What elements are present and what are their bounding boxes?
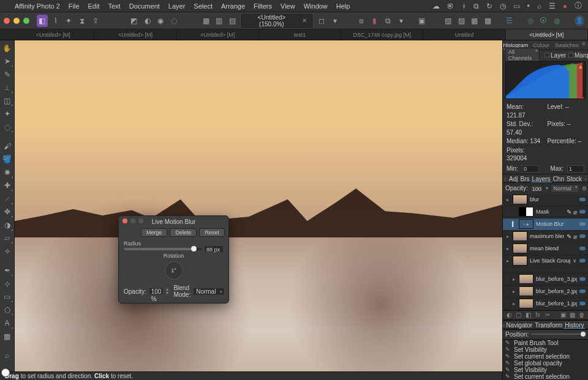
tool-blur[interactable]: ◑ xyxy=(2,220,13,230)
display-icon[interactable]: ▭ xyxy=(513,2,520,10)
toolbar-order2[interactable]: ▨ xyxy=(456,15,467,27)
menu-text[interactable]: Text xyxy=(108,2,121,10)
rotation-dial[interactable]: 1° xyxy=(165,261,183,280)
clear-icon[interactable]: ✕ xyxy=(302,17,307,24)
history-item[interactable]: ✎Set current selection xyxy=(503,373,588,380)
toolbar-selection-int[interactable]: ▤ xyxy=(227,15,238,27)
visibility-toggle[interactable] xyxy=(579,222,586,226)
toolbar-auto-contrast[interactable]: ◐ xyxy=(142,15,153,27)
persona-export[interactable]: ⇪ xyxy=(90,15,101,27)
histogram-layer-checkbox[interactable]: Layer xyxy=(545,52,566,59)
doc-tab-3[interactable]: test1 xyxy=(259,29,341,40)
layer-opacity-value[interactable]: 100 % xyxy=(530,185,543,192)
tool-mesh[interactable]: ▦ xyxy=(2,331,13,341)
layer-add-pixel-icon[interactable]: ▦ xyxy=(569,311,576,318)
history-item[interactable]: ✎Paint Brush Tool xyxy=(503,340,588,346)
tool-fill[interactable]: 🪣 xyxy=(2,154,13,165)
record-icon[interactable]: ● xyxy=(563,2,567,10)
tool-heal[interactable]: ✚ xyxy=(2,181,13,191)
visibility-toggle[interactable] xyxy=(579,302,586,305)
info-icon[interactable]: ⓘ xyxy=(575,1,582,11)
toolbar-order3[interactable]: ▦ xyxy=(469,15,480,27)
tool-view[interactable]: ✋ xyxy=(2,43,13,53)
doc-tab-5[interactable]: Untitled xyxy=(423,29,505,40)
history-item[interactable]: ✎Set global opacity xyxy=(503,360,588,367)
layer-add-group-icon[interactable]: ▣ xyxy=(559,311,567,318)
tool-shape-star[interactable]: ⬠ xyxy=(2,305,13,315)
tab-stock[interactable]: Stock xyxy=(565,174,583,182)
layer-b1[interactable]: ▸blur_before_1.jpg xyxy=(503,298,588,310)
layer-crop-icon[interactable]: ✂ xyxy=(544,311,551,318)
menu-layer[interactable]: Layer xyxy=(168,2,186,10)
tool-zoom[interactable]: ⌕ xyxy=(2,350,13,360)
dialog-traffic-lights[interactable] xyxy=(123,218,143,223)
bluetooth-icon[interactable]: ᚼ xyxy=(462,2,466,10)
toolbar-auto-colors[interactable]: ◉ xyxy=(155,15,166,27)
tool-text[interactable]: A xyxy=(2,318,13,328)
tab-swatches[interactable]: Swatches xyxy=(554,40,579,50)
menu-window[interactable]: Window xyxy=(304,2,328,10)
tool-erase[interactable]: ▱ xyxy=(2,233,13,244)
dot-icon[interactable]: • xyxy=(527,2,530,10)
tab-transform[interactable]: Transform xyxy=(533,321,564,329)
layer-fx-icon[interactable]: fx xyxy=(534,311,541,318)
toolbar-selection-sub[interactable]: ▥ xyxy=(214,15,225,27)
radius-value[interactable]: 88 px xyxy=(204,245,224,253)
dialog-blend-select[interactable]: Normal xyxy=(193,288,225,296)
tool-colorpicker[interactable]: ✎ xyxy=(2,69,13,80)
history-item[interactable]: ✎Set current selection xyxy=(503,353,588,360)
tool-move[interactable]: ➤ xyxy=(2,56,13,66)
cloud-icon[interactable]: ☁︎ xyxy=(432,2,440,10)
menu-document[interactable]: Document xyxy=(129,2,160,10)
visibility-toggle[interactable] xyxy=(579,289,586,293)
layer-mask-icon[interactable]: ▢ xyxy=(515,311,522,318)
doc-tab-6[interactable]: <Untitled> [M] xyxy=(506,29,588,40)
toolbar-align1[interactable]: ▮ xyxy=(369,15,380,27)
layer-motionblur[interactable]: ▍⇢Motion Blur xyxy=(503,218,588,231)
menu-select[interactable]: Select xyxy=(194,2,213,10)
dialog-titlebar[interactable]: Live Motion Blur xyxy=(119,216,228,227)
tool-clone[interactable]: ✥ xyxy=(2,207,13,217)
panel-menu-icon[interactable]: ≡ xyxy=(579,40,588,50)
layer-delete-icon[interactable]: 🗑 xyxy=(578,311,586,318)
layer-lock-adjustment-icon[interactable]: ◐ xyxy=(505,311,513,318)
tool-crop[interactable]: ⟂ xyxy=(2,82,13,92)
toolbar-order1[interactable]: ▧ xyxy=(443,15,454,27)
account-avatar[interactable]: 👤 xyxy=(575,15,584,26)
gear-icon[interactable]: ⚙ xyxy=(582,185,587,192)
toggles-icon[interactable]: ☰ xyxy=(549,2,556,10)
toolbar-selection-add[interactable]: ▦ xyxy=(200,15,211,27)
toolbar-snapping[interactable]: ⧈ xyxy=(356,15,367,27)
history-position-slider[interactable] xyxy=(531,333,586,335)
layer-mask[interactable]: Mask✎⌀ xyxy=(503,206,588,218)
tool-pen[interactable]: ✒ xyxy=(2,265,13,275)
menu-arrange[interactable]: Arrange xyxy=(221,2,245,10)
window-traffic-lights[interactable] xyxy=(4,18,29,24)
layer-adjust-icon[interactable]: ◧ xyxy=(525,311,532,318)
wifi-icon[interactable]: ⧉ xyxy=(473,2,479,10)
history-item[interactable]: ✎Set Visibility xyxy=(503,367,588,373)
histogram-channel-select[interactable]: All Channels xyxy=(505,48,540,62)
toolbar-align2b[interactable]: ▾ xyxy=(396,15,407,27)
tool-shape-rect[interactable]: ▭ xyxy=(2,291,13,302)
toolbar-group2[interactable]: ⦿ xyxy=(538,15,549,27)
toolbar-quicklook-arrow[interactable]: ▾ xyxy=(330,15,341,27)
layer-blur[interactable]: ▸blur xyxy=(503,194,588,206)
reset-button[interactable]: Reset xyxy=(199,228,225,237)
toolbar-quicklook[interactable]: ◻ xyxy=(316,15,327,27)
doc-tab-1[interactable]: <Untitled> [M] xyxy=(94,29,176,40)
tool-dodge[interactable]: ⟋ xyxy=(2,193,13,204)
foreground-color[interactable] xyxy=(1,368,10,377)
sync-icon[interactable]: ↻ xyxy=(486,2,492,10)
toolbar-assistant[interactable]: ▣ xyxy=(416,15,427,27)
tab-brushes[interactable]: Brs xyxy=(519,174,531,182)
toolbar-auto-wb[interactable]: ◌ xyxy=(168,15,179,27)
toolbar-order4[interactable]: ▩ xyxy=(483,15,494,27)
layer-stack[interactable]: ▸Live Stack Group∨ xyxy=(503,255,588,267)
tab-adjustments[interactable]: Adj xyxy=(508,174,519,182)
toolbar-align2[interactable]: ⧉ xyxy=(383,15,394,27)
tab-channels[interactable]: Chn xyxy=(552,174,565,182)
visibility-toggle[interactable] xyxy=(579,210,586,214)
tool-paint[interactable]: 🖌 xyxy=(2,141,13,151)
visibility-toggle[interactable] xyxy=(579,247,586,250)
